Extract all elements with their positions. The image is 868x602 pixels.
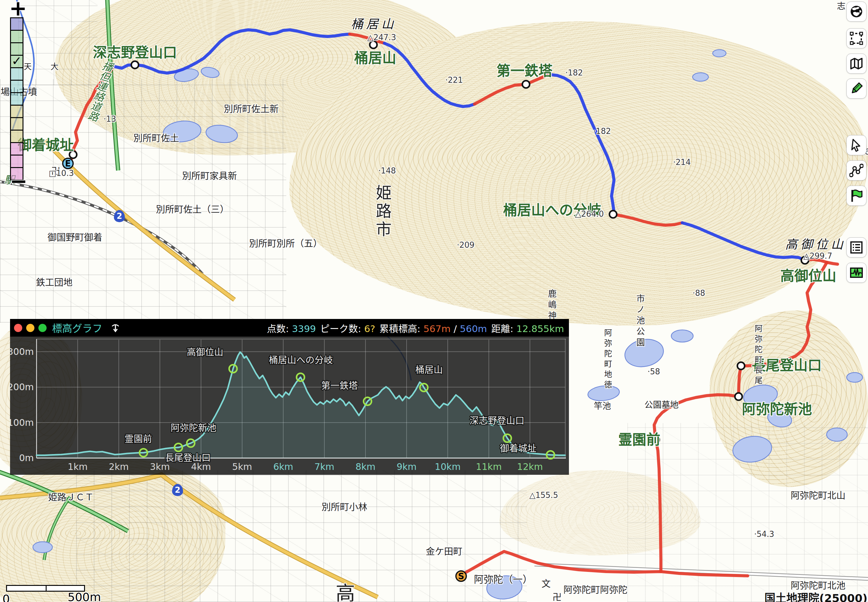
gps-route-layer[interactable]: SE <box>0 0 868 602</box>
pencil-icon <box>850 81 863 95</box>
map-label: 姫路市 <box>374 184 391 239</box>
check-icon: ✓ <box>12 54 22 68</box>
map-label: 阿弥陀町北山 <box>791 491 845 501</box>
zoom-level-cell[interactable] <box>10 142 23 155</box>
zoom-level-strip[interactable]: ✓ <box>10 18 22 180</box>
chart-waypoint-label: 御着城址 <box>500 443 537 453</box>
waypoint-label: 御着城址 <box>18 138 74 152</box>
map-label: 竿池 <box>594 402 611 410</box>
zoom-level-cell[interactable] <box>10 130 23 143</box>
map-label: 御国野町御着 <box>48 232 102 242</box>
waypoint-label: 第一鉄塔 <box>496 63 553 78</box>
zoom-level-cell[interactable]: ✓ <box>10 55 23 68</box>
map-label: 大 <box>51 63 58 71</box>
map-label: 阿弥陀（一） <box>474 574 532 585</box>
scale-max-label: 500m <box>68 590 101 602</box>
waypoint-marker[interactable] <box>522 81 529 88</box>
stat-item: ピーク数: 6? <box>320 321 375 335</box>
svg-text:0m: 0m <box>19 453 34 463</box>
map-button[interactable] <box>847 54 866 73</box>
waypoint-label: 深志野登山口 <box>93 45 177 60</box>
svg-text:1km: 1km <box>68 461 88 472</box>
map-label: △299.7 <box>803 252 832 260</box>
scale-zero-label: 0 <box>2 592 10 602</box>
map-attribution: 国土地理院(25000) <box>765 589 867 602</box>
minimize-icon[interactable] <box>26 324 34 332</box>
elevation-graph-button[interactable] <box>847 263 866 283</box>
svg-text:9km: 9km <box>397 461 417 472</box>
map-label: 阿弥陀町阿弥陀 <box>563 585 627 595</box>
map-label: 姫路ＪＣＴ <box>48 493 94 502</box>
waypoint-marker[interactable] <box>735 393 742 400</box>
map-label: ·221 <box>445 76 463 84</box>
svg-text:12km: 12km <box>517 461 543 472</box>
route-segment-blue[interactable] <box>384 43 474 106</box>
map-label: ·182 <box>565 69 583 77</box>
zoom-level-cell[interactable] <box>10 17 23 31</box>
zoom-level-cell[interactable] <box>10 92 23 106</box>
close-icon[interactable] <box>14 324 22 332</box>
map-label: 志 <box>837 2 845 11</box>
waypoint-label: 桶居山 <box>354 51 396 65</box>
route-segment-blue[interactable] <box>550 75 614 214</box>
pin-icon[interactable] <box>110 322 121 333</box>
elevation-chart[interactable]: 0m100m200m300m1km2km3km4km5km6km7km8km9k… <box>10 336 569 475</box>
zoom-level-cell[interactable] <box>10 30 23 43</box>
end-marker[interactable]: E <box>63 158 73 169</box>
map-label: ·148 <box>378 167 396 175</box>
zoom-out-button[interactable]: − <box>10 170 28 192</box>
svg-text:S: S <box>458 571 464 581</box>
map-label: 別所町家具新 <box>182 171 237 181</box>
zoom-level-cell[interactable] <box>10 117 23 131</box>
svg-text:3km: 3km <box>150 461 170 472</box>
svg-text:8km: 8km <box>356 461 376 472</box>
elevation-panel-header[interactable]: 標高グラフ 点数: 3399ピーク数: 6?累積標高: 567m / 560m距… <box>10 319 569 336</box>
map-label: 市ノ池公園 <box>635 294 644 349</box>
draw-button[interactable] <box>847 79 866 98</box>
map-label: 高御位山 <box>785 238 846 251</box>
topo-map[interactable]: SE 御着城址深志野登山口桶居山第一鉄塔桶居山への分岐高御位山長尾登山口阿弥陀新… <box>0 0 868 602</box>
route-segment-red[interactable] <box>656 440 661 571</box>
route-segment-red[interactable] <box>474 75 550 104</box>
svg-text:6km: 6km <box>273 461 293 472</box>
flag-button[interactable] <box>847 186 866 206</box>
zoom-level-cell[interactable] <box>10 105 23 118</box>
list-button[interactable] <box>847 238 866 257</box>
cursor-icon <box>850 138 863 152</box>
waypoint-marker[interactable] <box>370 41 377 48</box>
flag-icon <box>850 189 863 203</box>
route-segment-red[interactable] <box>613 214 682 225</box>
stat-item: 点数: 3399 <box>267 321 316 335</box>
svg-text:100m: 100m <box>10 417 34 428</box>
zoom-level-cell[interactable] <box>10 155 23 168</box>
zoom-in-button[interactable]: + <box>9 0 27 19</box>
map-label: 別所町佐土新 <box>224 104 279 114</box>
waypoint-label: 高御位山 <box>780 269 836 283</box>
svg-text:11km: 11km <box>476 461 502 472</box>
route-segment-red[interactable] <box>461 551 748 576</box>
waypoint-marker[interactable] <box>737 362 745 370</box>
map-label: 金ケ田町 <box>426 547 462 556</box>
map-label: 公園墓地 <box>645 401 679 409</box>
globe-button[interactable] <box>847 2 866 21</box>
map-label: △264.0 <box>575 210 604 218</box>
cursor-button[interactable] <box>847 135 866 155</box>
elevation-panel[interactable]: 標高グラフ 点数: 3399ピーク数: 6?累積標高: 567m / 560m距… <box>10 319 569 475</box>
maximize-icon[interactable] <box>38 324 46 332</box>
map-label: ·182 <box>593 127 611 135</box>
track-nodes-button[interactable] <box>847 161 866 180</box>
svg-text:200m: 200m <box>10 382 34 392</box>
map-label: 桶居山 <box>351 18 397 31</box>
zoom-level-cell[interactable] <box>10 80 23 93</box>
waypoint-marker[interactable] <box>609 210 617 218</box>
zoom-level-cell[interactable] <box>10 67 23 81</box>
waypoint-marker[interactable] <box>131 61 139 69</box>
map-label: 阿弥陀町北池 <box>791 581 845 590</box>
select-area-button[interactable] <box>847 29 866 48</box>
chart-waypoint-label: 長尾登山口 <box>165 452 211 463</box>
start-marker[interactable]: S <box>456 571 466 581</box>
map-label: 天 <box>24 63 32 71</box>
folded-map-icon <box>850 57 863 71</box>
chart-waypoint-label: 霊園前 <box>125 433 152 444</box>
map-label: △155.5 <box>529 491 558 499</box>
